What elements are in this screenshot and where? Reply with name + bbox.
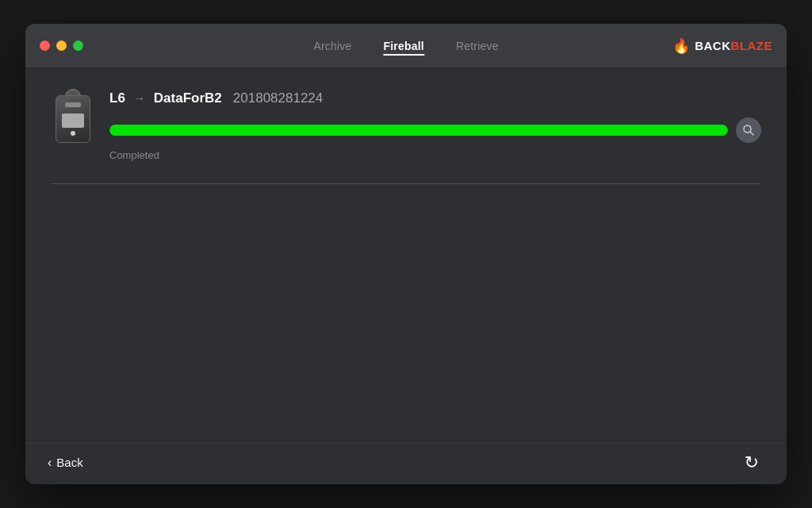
tab-retrieve[interactable]: Retrieve — [456, 37, 499, 56]
svg-line-1 — [750, 132, 753, 135]
job-details: L6 → DataForB2 201808281224 — [109, 90, 761, 161]
status-text: Completed — [109, 149, 761, 161]
search-button[interactable] — [736, 117, 761, 143]
drive-body — [56, 95, 90, 143]
brand-back: BACK — [695, 39, 730, 52]
back-button[interactable]: ‹ Back — [48, 456, 83, 470]
progress-row — [109, 117, 761, 143]
job-id: 201808281224 — [233, 90, 323, 106]
drive-label — [62, 114, 84, 128]
brand-text: BACKBLAZE — [695, 39, 772, 52]
back-chevron-icon: ‹ — [48, 456, 52, 470]
minimize-button[interactable] — [56, 40, 67, 51]
nav-tabs: Archive Fireball Retrieve — [313, 37, 498, 56]
refresh-button[interactable]: ↺ — [739, 450, 764, 475]
drive-icon: ↑ — [51, 90, 95, 148]
back-label: Back — [56, 456, 82, 469]
tab-archive[interactable]: Archive — [313, 37, 351, 56]
job-row: ↑ L6 → DataForB2 201808281224 — [51, 90, 761, 161]
drive-handle — [65, 102, 81, 107]
refresh-icon: ↺ — [745, 452, 759, 473]
footer: ‹ Back ↺ — [25, 440, 787, 484]
divider — [51, 183, 761, 184]
brand-logo: 🔥 BACKBLAZE — [672, 37, 772, 55]
job-arrow-icon: → — [133, 91, 146, 106]
search-icon — [742, 124, 755, 137]
job-destination: DataForB2 — [154, 90, 222, 106]
main-content: ↑ L6 → DataForB2 201808281224 — [25, 68, 787, 440]
flame-icon: 🔥 — [672, 37, 690, 55]
close-button[interactable] — [40, 40, 50, 51]
brand-blaze: BLAZE — [731, 39, 773, 52]
tab-fireball[interactable]: Fireball — [383, 37, 423, 56]
progress-track — [109, 125, 728, 136]
traffic-lights — [40, 40, 83, 51]
main-window: Archive Fireball Retrieve 🔥 BACKBLAZE ↑ — [25, 24, 787, 484]
titlebar: Archive Fireball Retrieve 🔥 BACKBLAZE — [25, 24, 787, 68]
progress-fill — [109, 125, 728, 136]
drive-dot — [71, 131, 75, 136]
job-title: L6 → DataForB2 201808281224 — [109, 90, 761, 106]
maximize-button[interactable] — [73, 40, 83, 51]
job-source: L6 — [109, 90, 125, 106]
